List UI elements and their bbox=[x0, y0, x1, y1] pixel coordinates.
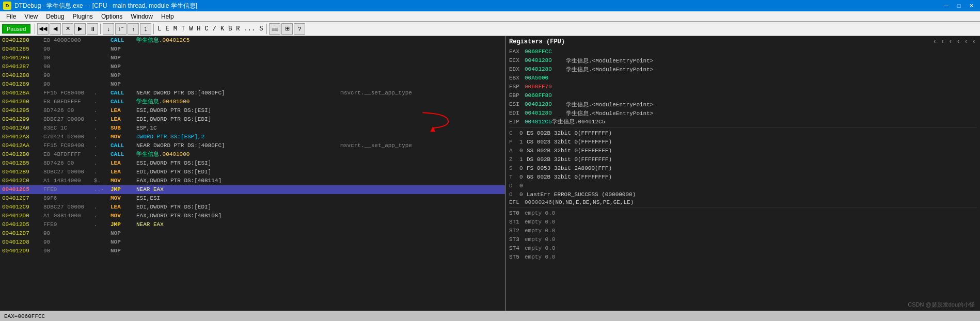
toolbar-sep-4 bbox=[266, 24, 267, 34]
register-row[interactable]: EDX 00401280 学生信息.<ModuleEntryPoint> bbox=[509, 65, 977, 73]
close-button[interactable]: ✕ bbox=[966, 1, 977, 10]
efl-name: EFL bbox=[509, 199, 525, 205]
table-row[interactable]: 0040128890 NOP bbox=[0, 71, 505, 80]
marker-cell: . bbox=[93, 115, 108, 124]
table-row[interactable]: 004012A3C70424 02000 .MOVDWORD PTR SS:[E… bbox=[0, 133, 505, 141]
table-row[interactable]: 0040128990 NOP bbox=[0, 80, 505, 89]
table-row[interactable]: 004012B98DBC27 00000 .LEAEDI,DWORD PTR D… bbox=[0, 168, 505, 176]
reg-name: EBX bbox=[509, 75, 525, 81]
table-row[interactable]: 0040128790 NOP bbox=[0, 62, 505, 71]
reg-arrow-4[interactable]: ‹ bbox=[955, 38, 961, 45]
table-row[interactable]: 0040128AFF15 FC80400 .CALLNEAR DWORD PTR… bbox=[0, 89, 505, 98]
tb-back[interactable]: ◀ bbox=[50, 23, 61, 35]
register-row[interactable]: EDI 00401280 学生信息.<ModuleEntryPoint> bbox=[509, 109, 977, 117]
operands-cell: 学生信息.004012C5 bbox=[134, 36, 338, 45]
bytes-cell: 90 bbox=[41, 80, 93, 89]
table-row[interactable]: 004012A083EC 1C .SUBESP,1C bbox=[0, 124, 505, 133]
tb-step-into[interactable]: ↓ bbox=[103, 23, 114, 35]
table-row[interactable]: 004012C5FFE0..-JMPNEAR EAX bbox=[0, 185, 505, 194]
menu-plugins[interactable]: Plugins bbox=[69, 11, 97, 21]
table-row[interactable]: 004012D5FFE0 .JMPNEAR EAX bbox=[0, 220, 505, 229]
table-row[interactable]: 004012C0A1 14814000$.MOVEAX,DWORD PTR DS… bbox=[0, 176, 505, 185]
operands-cell bbox=[134, 45, 338, 54]
reg-arrow-3[interactable]: ‹ bbox=[947, 38, 953, 45]
menu-file[interactable]: File bbox=[2, 11, 20, 21]
reg-arrow-1[interactable]: ‹ bbox=[932, 38, 938, 45]
table-row[interactable]: 004012B0E8 4BFDFFFF .CALL学生信息.00401000 bbox=[0, 150, 505, 159]
menu-window[interactable]: Window bbox=[127, 11, 157, 21]
marker-cell bbox=[93, 194, 108, 203]
register-row[interactable]: ESI 00401280 学生信息.<ModuleEntryPoint> bbox=[509, 100, 977, 108]
marker-cell: . bbox=[93, 89, 108, 98]
tb-stop[interactable]: ✕ bbox=[62, 23, 73, 35]
reg-name: ESP bbox=[509, 84, 525, 90]
table-row[interactable]: 00401280E8 40000000 CALL学生信息.004012C5 bbox=[0, 36, 505, 45]
menu-debug[interactable]: Debug bbox=[42, 11, 68, 21]
register-row[interactable]: EBX 00A5000 bbox=[509, 74, 977, 82]
tb-e[interactable]: E bbox=[164, 24, 171, 34]
flag-val: 0 bbox=[519, 191, 527, 198]
tb-run-to[interactable]: ⤵ bbox=[140, 23, 151, 35]
minimize-button[interactable]: ─ bbox=[941, 1, 952, 10]
watermark: CSDN @瑟瑟发dou的小怪 bbox=[908, 301, 975, 309]
tb-h[interactable]: H bbox=[195, 24, 202, 34]
table-row[interactable]: 00401290E8 6BFDFFFF .CALL学生信息.00401000 bbox=[0, 98, 505, 106]
operands-cell: ESP,1C bbox=[134, 124, 338, 133]
tb-layout1[interactable]: ≡≡ bbox=[269, 23, 280, 35]
reg-arrow-5[interactable]: ‹ bbox=[963, 38, 969, 45]
tb-rewind[interactable]: ◀◀ bbox=[37, 23, 49, 35]
operands-cell bbox=[134, 54, 338, 62]
table-row[interactable]: 004012B58D7426 00 .LEAESI,DWORD PTR DS:[… bbox=[0, 159, 505, 168]
tb-slash[interactable]: / bbox=[211, 24, 218, 34]
table-row[interactable]: 004012D890 NOP bbox=[0, 238, 505, 247]
table-row[interactable]: 0040128590 NOP bbox=[0, 45, 505, 54]
register-row[interactable]: EBP 0060FF80 bbox=[509, 91, 977, 100]
table-row[interactable]: 004012AAFF15 FC80400 .CALLNEAR DWORD PTR… bbox=[0, 141, 505, 150]
flag-info: GS 002B 32bit 0(FFFFFFFF) bbox=[527, 174, 977, 180]
eip-value: 004012C5 bbox=[525, 119, 552, 125]
bytes-cell: C70424 02000 bbox=[41, 133, 93, 141]
tb-r[interactable]: R bbox=[234, 24, 241, 34]
bytes-cell: 90 bbox=[41, 54, 93, 62]
bytes-cell: 90 bbox=[41, 71, 93, 80]
tb-help[interactable]: ? bbox=[294, 23, 305, 35]
status-badge: Paused bbox=[2, 24, 30, 34]
menu-options[interactable]: Options bbox=[97, 11, 127, 21]
tb-w[interactable]: W bbox=[187, 24, 194, 34]
table-row[interactable]: 004012C789F6 MOVESI,ESI bbox=[0, 194, 505, 203]
table-row[interactable]: 004012958D7426 00 .LEAESI,DWORD PTR DS:[… bbox=[0, 106, 505, 115]
tb-t[interactable]: T bbox=[180, 24, 186, 34]
registers-panel[interactable]: Registers (FPU) ‹ ‹ ‹ ‹ ‹ ‹ EAX 0060FFCC… bbox=[506, 36, 980, 311]
restore-button[interactable]: □ bbox=[953, 1, 965, 10]
marker-cell bbox=[93, 247, 108, 255]
reg-arrow-6[interactable]: ‹ bbox=[971, 38, 977, 45]
table-row[interactable]: 0040128690 NOP bbox=[0, 54, 505, 62]
table-row[interactable]: 004012D990 NOP bbox=[0, 247, 505, 255]
tb-step-out[interactable]: ↑ bbox=[128, 23, 139, 35]
menu-view[interactable]: View bbox=[20, 11, 42, 21]
tb-c[interactable]: C bbox=[203, 24, 210, 34]
table-row[interactable]: 004012D0A1 08814000 .MOVEAX,DWORD PTR DS… bbox=[0, 212, 505, 220]
table-row[interactable]: 004012D790 NOP bbox=[0, 229, 505, 238]
tb-l[interactable]: L bbox=[156, 24, 163, 34]
comment-cell bbox=[338, 150, 505, 159]
flag-info: DS 002B 32bit 0(FFFFFFFF) bbox=[527, 156, 977, 163]
reg-info: 学生信息.<ModuleEntryPoint> bbox=[566, 57, 977, 65]
tb-b[interactable]: B bbox=[227, 24, 233, 34]
table-row[interactable]: 004012C98DBC27 00000 .LEAEDI,DWORD PTR D… bbox=[0, 203, 505, 212]
code-panel[interactable]: 00401280E8 40000000 CALL学生信息.004012C5004… bbox=[0, 36, 506, 311]
register-row[interactable]: ECX 00401280 学生信息.<ModuleEntryPoint> bbox=[509, 56, 977, 65]
tb-m[interactable]: M bbox=[172, 24, 179, 34]
tb-k[interactable]: K bbox=[219, 24, 226, 34]
table-row[interactable]: 004012998DBC27 00000 .LEAEDI,DWORD PTR D… bbox=[0, 115, 505, 124]
tb-play[interactable]: ▶ bbox=[74, 23, 86, 35]
register-row[interactable]: ESP 0060FF70 bbox=[509, 83, 977, 91]
tb-s[interactable]: S bbox=[258, 24, 264, 34]
menu-help[interactable]: Help bbox=[157, 11, 178, 21]
reg-arrow-2[interactable]: ‹ bbox=[940, 38, 945, 45]
tb-step-over[interactable]: ↓⁻ bbox=[115, 23, 127, 35]
tb-dots[interactable]: ... bbox=[243, 24, 257, 34]
tb-pause[interactable]: ⏸ bbox=[87, 23, 98, 35]
register-row[interactable]: EAX 0060FFCC bbox=[509, 47, 977, 56]
tb-layout2[interactable]: ⊞ bbox=[281, 23, 293, 35]
